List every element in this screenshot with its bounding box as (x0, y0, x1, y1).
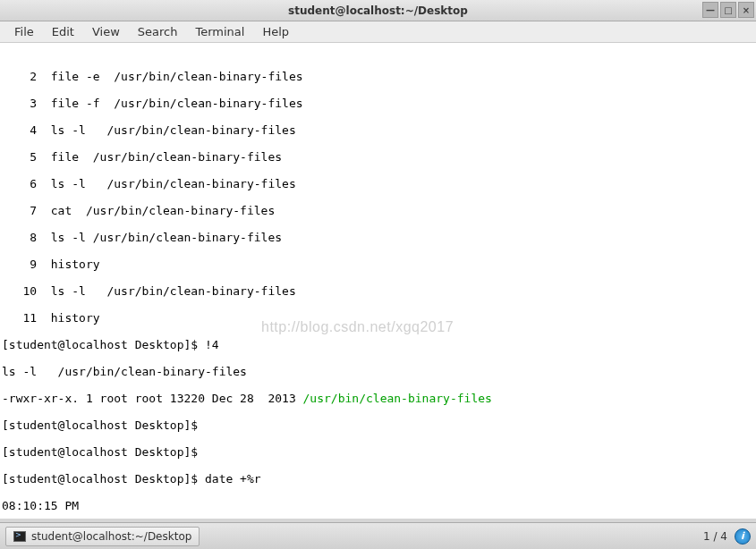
taskbar: student@localhost:~/Desktop 1 / 4 i (0, 522, 756, 549)
terminal-line: 5 file /usr/bin/clean-binary-files (2, 150, 754, 164)
window-controls: — □ × (702, 2, 754, 18)
menu-search[interactable]: Search (129, 22, 187, 41)
terminal-viewport[interactable]: http://blog.csdn.net/xgq2017 2 file -e /… (0, 43, 756, 519)
terminal-line: -rwxr-xr-x. 1 root root 13220 Dec 28 201… (2, 392, 754, 405)
menu-file[interactable]: File (5, 22, 43, 41)
terminal-line: 11 history (2, 311, 754, 325)
taskbar-task-label: student@localhost:~/Desktop (31, 530, 191, 543)
terminal-line: 8 ls -l /usr/bin/clean-binary-files (2, 231, 754, 244)
terminal-line: ls -l /usr/bin/clean-binary-files (2, 365, 754, 378)
system-tray: 1 / 4 i (703, 528, 751, 545)
terminal-line: [student@localhost Desktop]$ (2, 445, 754, 459)
menu-terminal[interactable]: Terminal (186, 22, 253, 41)
terminal-line: 6 ls -l /usr/bin/clean-binary-files (2, 177, 754, 190)
menu-help[interactable]: Help (253, 22, 298, 41)
menu-view[interactable]: View (83, 22, 129, 41)
file-path-colored: /usr/bin/clean-binary-files (303, 392, 492, 405)
terminal-line: 2 file -e /usr/bin/clean-binary-files (2, 70, 754, 83)
info-icon[interactable]: i (735, 528, 751, 545)
terminal-icon (13, 531, 26, 542)
terminal-line: 7 cat /usr/bin/clean-binary-files (2, 204, 754, 217)
menubar: File Edit View Search Terminal Help (0, 21, 756, 43)
menu-edit[interactable]: Edit (43, 22, 83, 41)
taskbar-task-button[interactable]: student@localhost:~/Desktop (5, 527, 200, 546)
terminal-line: [student@localhost Desktop]$ date +%r (2, 472, 754, 486)
terminal-line: [student@localhost Desktop]$ !4 (2, 338, 754, 351)
terminal-line: 9 history (2, 258, 754, 271)
terminal-line: [student@localhost Desktop]$ (2, 418, 754, 432)
workspace-indicator[interactable]: 1 / 4 (703, 530, 727, 543)
window-titlebar: student@localhost:~/Desktop — □ × (0, 0, 756, 21)
terminal-line: 3 file -f /usr/bin/clean-binary-files (2, 97, 754, 110)
close-button[interactable]: × (738, 2, 754, 18)
terminal-line: 10 ls -l /usr/bin/clean-binary-files (2, 284, 754, 298)
window-title: student@localhost:~/Desktop (288, 4, 468, 17)
terminal-line: 4 ls -l /usr/bin/clean-binary-files (2, 123, 754, 137)
minimize-button[interactable]: — (702, 2, 718, 18)
maximize-button[interactable]: □ (720, 2, 736, 18)
terminal-line: 08:10:15 PM (2, 499, 754, 512)
